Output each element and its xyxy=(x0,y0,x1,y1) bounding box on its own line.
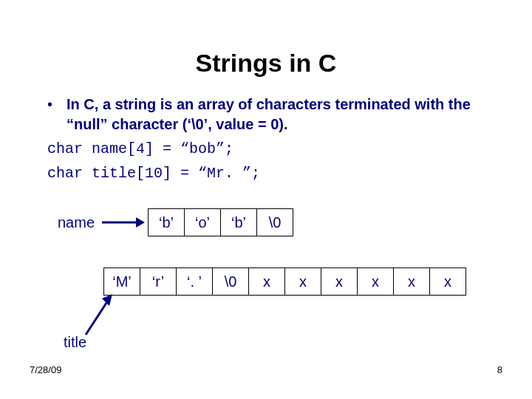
title-cell-7: x xyxy=(358,268,394,296)
code-line-2: char title[10] = “Mr. ”; xyxy=(47,163,485,183)
name-label: name xyxy=(58,214,95,231)
title-cell-6: x xyxy=(321,268,358,296)
svg-marker-1 xyxy=(136,217,145,228)
code-line-1: char name[4] = “bob”; xyxy=(47,139,485,159)
slide: Strings in C • In C, a string is an arra… xyxy=(0,0,532,399)
svg-line-2 xyxy=(86,303,106,335)
title-cell-0: ‘M’ xyxy=(104,268,140,296)
footer-page-number: 8 xyxy=(497,364,502,375)
name-cell-2: ‘b’ xyxy=(221,209,257,236)
bullet-dot: • xyxy=(47,95,66,134)
slide-body: • In C, a string is an array of characte… xyxy=(47,95,485,183)
title-cell-9: x xyxy=(430,268,466,296)
name-cell-3: \0 xyxy=(257,209,293,236)
arrow-title xyxy=(80,294,117,338)
svg-marker-3 xyxy=(102,294,112,306)
title-cell-2: ‘. ’ xyxy=(177,268,213,296)
bullet-item: • In C, a string is an array of characte… xyxy=(47,95,485,134)
bullet-text: In C, a string is an array of characters… xyxy=(66,95,485,134)
title-cell-5: x xyxy=(285,268,321,296)
title-label: title xyxy=(64,334,86,351)
title-array: ‘M’ ‘r’ ‘. ’ \0 x x x x x x xyxy=(103,267,466,296)
name-cell-0: ‘b’ xyxy=(149,209,185,236)
name-array: ‘b’ ‘o’ ‘b’ \0 xyxy=(148,208,293,236)
footer-date: 7/28/09 xyxy=(30,364,61,375)
slide-title: Strings in C xyxy=(0,49,532,78)
arrow-name xyxy=(100,211,145,233)
title-cell-4: x xyxy=(249,268,285,296)
name-cell-1: ‘o’ xyxy=(185,209,221,236)
title-cell-8: x xyxy=(394,268,430,296)
title-cell-1: ‘r’ xyxy=(140,268,177,296)
title-cell-3: \0 xyxy=(213,268,249,296)
